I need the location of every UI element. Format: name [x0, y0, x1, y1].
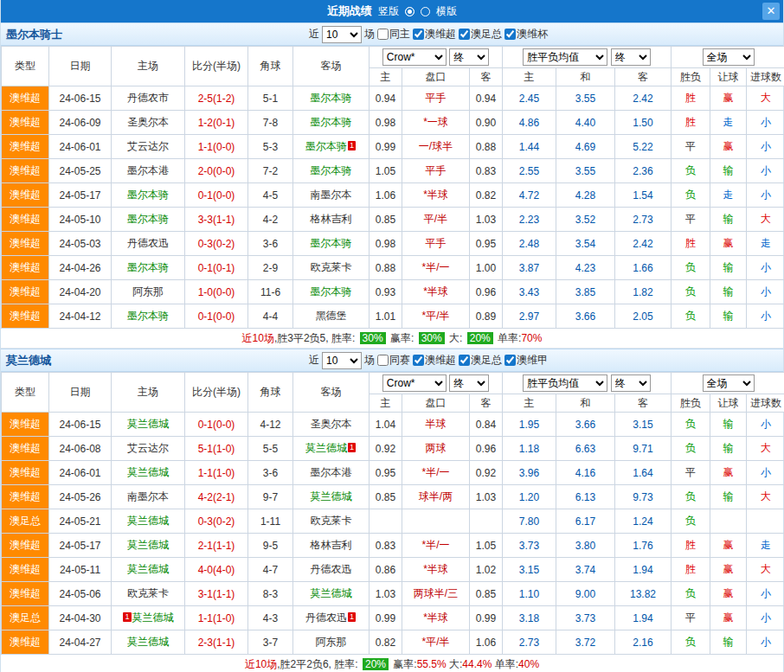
filter-checkbox-input-0-1[interactable] [413, 29, 424, 40]
team-link[interactable]: 圣奥尔本 [127, 116, 169, 128]
team-link[interactable]: 欧克莱卡 [311, 261, 352, 273]
team-link[interactable]: 墨尔本骑 [311, 237, 352, 249]
team-link[interactable]: 格林吉利 [311, 213, 352, 225]
filter-checkbox-league-1[interactable]: 澳维超 [413, 27, 456, 42]
filter-checkbox-input-0-3[interactable] [504, 29, 516, 40]
team-link[interactable]: 墨尔本骑 [311, 92, 352, 104]
filter-checkbox-league-3[interactable]: 澳维甲 [504, 353, 548, 368]
team-link[interactable]: 莫兰德城 [132, 611, 174, 624]
corner-cell: 1-11 [248, 509, 293, 534]
filter-checkbox-input-1-1[interactable] [413, 355, 424, 366]
team-link[interactable]: 丹德农迅 [127, 237, 169, 249]
team-link[interactable]: 欧克莱卡 [127, 587, 169, 599]
team-link[interactable]: 墨尔本骑 [311, 164, 352, 176]
team-link[interactable]: 莫兰德城 [127, 636, 169, 648]
avg-final-select[interactable]: 终 [611, 48, 651, 66]
team-link[interactable]: 莫兰德城 [311, 490, 352, 502]
scope-select[interactable]: 全场 [703, 374, 755, 392]
filter-checkbox-league-2[interactable]: 澳足总 [459, 353, 502, 368]
goals-result-cell: 大 [747, 437, 784, 461]
filter-checkbox-same-league[interactable]: 同赛 [377, 353, 410, 368]
team-link[interactable]: 南墨尔本 [127, 490, 169, 502]
odds-company-select[interactable]: Crow* [382, 48, 447, 66]
filter-checkbox-input-1-0[interactable] [377, 355, 389, 366]
summary-segment: 20% [467, 332, 493, 344]
horizontal-layout-radio[interactable] [421, 7, 430, 16]
handicap-cell: 平手 [402, 232, 470, 256]
avg-final-select[interactable]: 终 [611, 374, 651, 392]
team-name-title[interactable]: 莫兰德城 [1, 353, 51, 368]
team-link[interactable]: 莫兰德城 [127, 539, 169, 551]
team-link[interactable]: 莫兰德城 [127, 515, 169, 527]
odds-away-cell: 0.82 [470, 183, 503, 208]
team-link[interactable]: 丹德农市 [127, 92, 169, 104]
avg-odds-select[interactable]: 胜平负均值 [523, 48, 607, 66]
team-link[interactable]: 丹德农迅 [305, 611, 347, 624]
team-link[interactable]: 艾云达尔 [127, 442, 169, 454]
filter-checkbox-input-1-3[interactable] [504, 355, 516, 366]
vertical-layout-radio[interactable] [405, 7, 414, 16]
home-team-cell: 墨尔本骑 [112, 183, 185, 208]
games-count-select[interactable]: 10 [322, 26, 362, 43]
corner-cell: 3-6 [248, 232, 293, 256]
team-link[interactable]: 莫兰德城 [305, 442, 347, 454]
filter-checkbox-league-2[interactable]: 澳足总 [459, 27, 502, 42]
handicap-result-cell: 赢 [710, 135, 747, 159]
goals-result-cell: 大 [747, 485, 784, 509]
league-type-cell: 澳维超 [2, 437, 49, 461]
team-link[interactable]: 阿东那 [132, 285, 164, 298]
avg-odds-select[interactable]: 胜平负均值 [523, 374, 607, 392]
odds-final-select[interactable]: 终 [449, 48, 489, 66]
games-count-select[interactable]: 10 [322, 352, 362, 369]
avg-odds-header: 胜平负均值 终 [503, 47, 672, 68]
handicap-result-cell: 赢 [710, 232, 747, 256]
filter-checkbox-label: 同赛 [389, 353, 410, 368]
handicap-result-cell: 走 [710, 111, 747, 135]
team-link[interactable]: 墨尔本骑 [127, 261, 169, 273]
home-team-cell: 墨尔本骑 [112, 304, 185, 329]
team-link[interactable]: 墨尔本骑 [127, 189, 169, 201]
team-link[interactable]: 莫兰德城 [127, 563, 169, 575]
team-link[interactable]: 墨尔本骑 [127, 213, 169, 225]
team-link[interactable]: 格林吉利 [311, 539, 352, 551]
handicap-cell: *半/一 [402, 461, 470, 485]
team-link[interactable]: 墨尔本骑 [311, 116, 352, 128]
handicap-cell: *平/半 [402, 630, 470, 655]
team-link[interactable]: 墨尔本港 [127, 164, 169, 176]
team-link[interactable]: 墨尔本骑 [311, 285, 352, 298]
odds-final-select[interactable]: 终 [449, 374, 489, 392]
team-link[interactable]: 圣奥尔本 [311, 418, 352, 430]
odds-company-select[interactable]: Crow* [382, 374, 447, 392]
filter-checkbox-same-home[interactable]: 同主 [377, 27, 410, 42]
team-link[interactable]: 丹德农迅 [311, 563, 352, 575]
team-link[interactable]: 黑德堡 [316, 310, 347, 322]
odds-away-cell: 0.95 [470, 232, 503, 256]
odds-home-cell: 0.98 [370, 111, 402, 135]
filter-checkbox-league-1[interactable]: 澳维超 [413, 353, 456, 368]
result-cell: 负 [672, 413, 710, 437]
filter-checkbox-input-0-0[interactable] [377, 29, 389, 40]
team-link[interactable]: 莫兰德城 [127, 418, 169, 430]
team-link[interactable]: 艾云达尔 [127, 140, 169, 152]
team-link[interactable]: 阿东那 [316, 636, 347, 648]
close-button[interactable]: ✕ [762, 3, 780, 20]
team-link[interactable]: 莫兰德城 [127, 466, 169, 478]
team-link[interactable]: 墨尔本骑 [127, 310, 169, 322]
filter-checkbox-league-3[interactable]: 澳维杯 [504, 27, 548, 42]
scope-select[interactable]: 全场 [703, 48, 755, 66]
avg-away-cell: 1.76 [615, 534, 672, 558]
result-cell: 负 [672, 630, 710, 655]
match-date-cell: 24-06-15 [49, 86, 112, 111]
team-name-title[interactable]: 墨尔本骑士 [1, 27, 62, 42]
team-link[interactable]: 墨尔本港 [311, 466, 352, 478]
filter-checkbox-input-1-2[interactable] [459, 355, 470, 366]
match-date-cell: 24-06-01 [49, 461, 112, 485]
avg-home-cell: 1.10 [503, 582, 556, 606]
match-row: 澳维超24-06-15莫兰德城0-1(0-0)4-12圣奥尔本1.04半球0.8… [2, 413, 784, 437]
team-link[interactable]: 欧克莱卡 [311, 515, 352, 527]
filter-checkbox-input-0-2[interactable] [459, 29, 470, 40]
team-link[interactable]: 南墨尔本 [311, 189, 352, 201]
games-label: 场 [364, 353, 375, 368]
team-link[interactable]: 莫兰德城 [311, 587, 352, 599]
team-link[interactable]: 墨尔本骑 [305, 140, 347, 152]
